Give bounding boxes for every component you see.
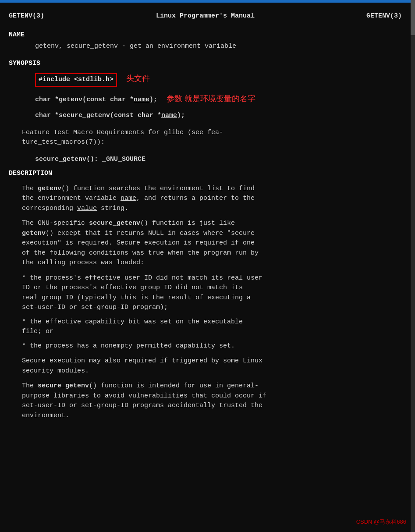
desc-para2: The GNU-specific secure_getenv() functio…	[22, 219, 402, 268]
feature-block: Feature Test Macro Requirements for glib…	[22, 128, 402, 148]
include-directive: #include <stdlib.h>	[35, 73, 117, 87]
name-title: NAME	[9, 30, 402, 40]
desc-p2-l1: The GNU-specific secure_getenv() functio…	[22, 219, 402, 229]
bullet-2: * the effective capability bit was set o…	[22, 317, 402, 337]
desc-p1-l3: corresponding value string.	[22, 204, 402, 214]
man-page-header: GETENV(3) Linux Programmer's Manual GETE…	[9, 11, 402, 21]
header-center: Linux Programmer's Manual	[156, 11, 255, 21]
bullet1-l2: ID or the process's effective group ID d…	[22, 283, 402, 293]
name-section: NAME getenv, secure_getenv - get an envi…	[9, 30, 402, 52]
func1-prefix: char *getenv(const char *name);	[35, 96, 157, 103]
csdn-watermark: CSDN @马东科686	[356, 518, 406, 526]
feature-line1: Feature Test Macro Requirements for glib…	[22, 128, 402, 138]
name-content: getenv, secure_getenv - get an environme…	[35, 42, 402, 52]
desc-p3-l2: security modules.	[22, 366, 402, 376]
description-title: DESCRIPTION	[9, 169, 402, 179]
annotation-header: 头文件	[126, 74, 150, 83]
desc-p4-l4: environment.	[22, 411, 402, 421]
func2-text: char *secure_getenv(const char *name);	[35, 112, 185, 119]
include-line: #include <stdlib.h> 头文件	[35, 73, 402, 87]
desc-para1: The getenv() function searches the envir…	[22, 184, 402, 214]
bullet3-l1: * the process has a nonempty permitted c…	[22, 341, 402, 351]
desc-p1-l1: The getenv() function searches the envir…	[22, 184, 402, 194]
desc-p3-l1: Secure execution may also required if tr…	[22, 356, 402, 366]
content-area: GETENV(3) Linux Programmer's Manual GETE…	[0, 3, 415, 452]
bullet-3: * the process has a nonempty permitted c…	[22, 341, 402, 351]
bullet1-l3: real group ID (typically this is the res…	[22, 293, 402, 303]
synopsis-section: SYNOPSIS #include <stdlib.h> 头文件 char *g…	[9, 59, 402, 165]
desc-p1-l2: the environment variable name, and retur…	[22, 194, 402, 204]
desc-p4-l2: purpose libraries to avoid vulnerabiliti…	[22, 391, 402, 401]
desc-p2-l2: getenv() except that it returns NULL in …	[22, 229, 402, 239]
annotation-param: 参数 就是环境变量的名字	[167, 94, 255, 103]
bullet-1: * the process's effective user ID did no…	[22, 273, 402, 313]
feature-line2: ture_test_macros(7)):	[22, 138, 402, 148]
header-left: GETENV(3)	[9, 11, 44, 21]
bullet1-l4: set-user-ID or set-group-ID program);	[22, 303, 402, 313]
desc-para3: Secure execution may also required if tr…	[22, 356, 402, 376]
bullet2-l2: file; or	[22, 327, 402, 337]
func1-line: char *getenv(const char *name); 参数 就是环境变…	[35, 93, 402, 105]
scrollbar[interactable]	[411, 0, 415, 532]
desc-p2-l5: the calling process was loaded:	[22, 258, 402, 268]
header-right: GETENV(3)	[366, 11, 402, 21]
func2-line: char *secure_getenv(const char *name);	[35, 111, 402, 121]
bullet2-l1: * the effective capability bit was set o…	[22, 317, 402, 327]
desc-p4-l3: set-user-ID or set-group-ID programs acc…	[22, 401, 402, 411]
scrollbar-thumb[interactable]	[411, 0, 415, 35]
description-section: DESCRIPTION The getenv() function search…	[9, 169, 402, 421]
secure-getenv-macro: secure_getenv(): _GNU_SOURCE	[35, 155, 402, 165]
desc-p2-l4: of the following conditions was true whe…	[22, 248, 402, 259]
main-container: GETENV(3) Linux Programmer's Manual GETE…	[0, 0, 415, 532]
desc-p4-l1: The secure_getenv() function is intended…	[22, 381, 402, 391]
desc-p2-l3: execution" is required. Secure execution…	[22, 238, 402, 248]
synopsis-title: SYNOPSIS	[9, 59, 402, 69]
desc-para4: The secure_getenv() function is intended…	[22, 381, 402, 421]
bullet1-l1: * the process's effective user ID did no…	[22, 273, 402, 284]
